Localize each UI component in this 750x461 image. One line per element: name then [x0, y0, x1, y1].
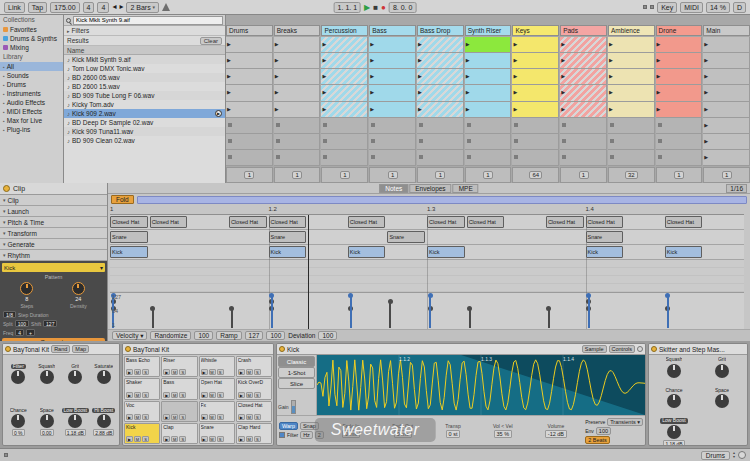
- midi-note[interactable]: Snare: [387, 231, 425, 243]
- beat-ruler[interactable]: 11.21.31.4: [110, 205, 744, 215]
- macro-value[interactable]: 2.88 dB: [93, 429, 114, 436]
- midi-note[interactable]: Closed Hat: [546, 216, 584, 228]
- clip-stop-quantize[interactable]: 1: [435, 171, 445, 179]
- clip-slot[interactable]: ▶: [560, 37, 607, 53]
- drum-pad-whistle[interactable]: Whistle▶MS: [199, 356, 235, 377]
- param-value[interactable]: 0 ms: [342, 430, 360, 438]
- clip-slot[interactable]: ▶: [417, 85, 464, 101]
- time-sig-denominator[interactable]: 4: [97, 2, 109, 13]
- track-header-bass-drop[interactable]: Bass Drop: [417, 25, 464, 36]
- clip-slot[interactable]: ▶: [274, 69, 321, 85]
- clip-stop-quantize[interactable]: 1: [483, 171, 493, 179]
- clear-search-button[interactable]: Clear: [200, 37, 222, 45]
- empty-clip-slot[interactable]: [417, 150, 464, 166]
- velocity-stem[interactable]: [469, 308, 471, 328]
- waveform-display[interactable]: 1.1.21.1.31.1.4: [317, 355, 645, 415]
- deviation-value[interactable]: 100: [318, 331, 337, 340]
- midi-note[interactable]: Closed Hat: [665, 216, 703, 228]
- clip-slot[interactable]: ▶: [608, 69, 655, 85]
- shift-value[interactable]: 127: [43, 320, 57, 327]
- pad-mute-button[interactable]: M: [134, 436, 141, 442]
- drum-pad-kick-overd[interactable]: Kick OverD▶MS: [236, 378, 272, 399]
- macro-knob[interactable]: [667, 425, 681, 439]
- midi-note[interactable]: Kick: [586, 246, 624, 258]
- sidebar-item-instruments[interactable]: ▪Instruments: [0, 89, 63, 98]
- device-on-toggle[interactable]: [125, 346, 131, 352]
- snap-button[interactable]: Snap: [300, 422, 319, 430]
- empty-clip-slot[interactable]: [226, 150, 273, 166]
- pad-mute-button[interactable]: M: [209, 436, 216, 442]
- rand-button[interactable]: Rand: [51, 345, 70, 353]
- clip-slot[interactable]: ▶: [417, 37, 464, 53]
- stop-button[interactable]: ■: [373, 4, 378, 12]
- clip-slot[interactable]: ▶: [369, 37, 416, 53]
- clip-stop-quantize[interactable]: 1: [388, 171, 398, 179]
- empty-clip-slot[interactable]: [465, 118, 512, 134]
- empty-clip-slot[interactable]: [321, 150, 368, 166]
- link-button[interactable]: Link: [4, 2, 25, 13]
- param-value[interactable]: 35 %: [494, 430, 513, 438]
- sidebar-item-max-for-live[interactable]: ▪Max for Live: [0, 116, 63, 125]
- empty-clip-slot[interactable]: [608, 150, 655, 166]
- empty-clip-slot[interactable]: [226, 118, 273, 134]
- param-value[interactable]: -12 dB: [545, 430, 567, 438]
- pad-play-icon[interactable]: ▶: [201, 436, 208, 442]
- scene-slot[interactable]: ▶: [703, 37, 750, 53]
- filter-resonance[interactable]: 2: [315, 431, 324, 439]
- midi-note[interactable]: Closed Hat: [229, 216, 267, 228]
- clip-slot[interactable]: ▶: [321, 85, 368, 101]
- midi-note[interactable]: Closed Hat: [110, 216, 148, 228]
- macro-knob[interactable]: [68, 370, 82, 384]
- pad-mute-button[interactable]: M: [209, 392, 216, 398]
- clip-slot[interactable]: ▶: [465, 85, 512, 101]
- midi-note[interactable]: Closed Hat: [269, 216, 307, 228]
- clip-slot[interactable]: ▶: [560, 85, 607, 101]
- pad-solo-button[interactable]: S: [142, 436, 149, 442]
- clip-slot[interactable]: ▶: [560, 69, 607, 85]
- midi-note[interactable]: Kick: [110, 246, 148, 258]
- empty-clip-slot[interactable]: [321, 118, 368, 134]
- pad-play-icon[interactable]: ▶: [238, 414, 245, 420]
- time-sig-numerator[interactable]: 4: [83, 2, 95, 13]
- macro-knob[interactable]: [40, 370, 54, 384]
- empty-clip-slot[interactable]: [512, 150, 559, 166]
- pad-solo-button[interactable]: S: [217, 369, 224, 375]
- filter-toggle[interactable]: [279, 432, 285, 438]
- pad-solo-button[interactable]: S: [179, 414, 186, 420]
- empty-clip-slot[interactable]: [656, 150, 703, 166]
- clip-stop-quantize[interactable]: 1: [292, 171, 302, 179]
- file-row[interactable]: ♪Tom Low DMX Tonic.wav: [64, 64, 225, 73]
- pad-solo-button[interactable]: S: [179, 392, 186, 398]
- loop-brace[interactable]: [137, 196, 747, 204]
- sample-tab[interactable]: Sample: [582, 345, 607, 353]
- pad-play-icon[interactable]: ▶: [238, 392, 245, 398]
- empty-clip-slot[interactable]: [608, 118, 655, 134]
- velocity-stem[interactable]: [667, 295, 669, 328]
- pad-play-icon[interactable]: ▶: [126, 392, 133, 398]
- clip-slot[interactable]: ▶: [608, 53, 655, 69]
- controls-tab[interactable]: Controls: [609, 345, 635, 353]
- clip-slot[interactable]: ▶: [512, 37, 559, 53]
- track-header-synth-riser[interactable]: Synth Riser: [465, 25, 512, 36]
- clip-slot[interactable]: ▶: [369, 102, 416, 118]
- pad-play-icon[interactable]: ▶: [126, 369, 133, 375]
- current-track-display[interactable]: Drums: [701, 451, 730, 460]
- scene-slot[interactable]: ▶: [703, 85, 750, 101]
- pad-play-icon[interactable]: ▶: [163, 414, 170, 420]
- clip-slot[interactable]: ▶: [560, 102, 607, 118]
- empty-clip-slot[interactable]: [560, 150, 607, 166]
- clip-slot[interactable]: ▶: [417, 53, 464, 69]
- sidebar-item-drums[interactable]: ▪Drums: [0, 80, 63, 89]
- drum-pad-bass[interactable]: Bass▶MS: [161, 378, 197, 399]
- track-select-arrows[interactable]: ▴▾: [733, 451, 735, 459]
- param-value[interactable]: 0 st: [446, 430, 461, 438]
- macro-knob[interactable]: [97, 370, 111, 384]
- velocity-stem[interactable]: [231, 308, 233, 328]
- steps-knob[interactable]: [20, 282, 33, 295]
- randomize-amount[interactable]: 100: [194, 331, 213, 340]
- file-row[interactable]: ♪BD Deep Dr Sample 02.wav: [64, 118, 225, 127]
- macro-knob[interactable]: [715, 394, 729, 408]
- clip-slot[interactable]: ▶: [465, 69, 512, 85]
- macro-knob[interactable]: [667, 364, 681, 378]
- empty-clip-slot[interactable]: [274, 150, 321, 166]
